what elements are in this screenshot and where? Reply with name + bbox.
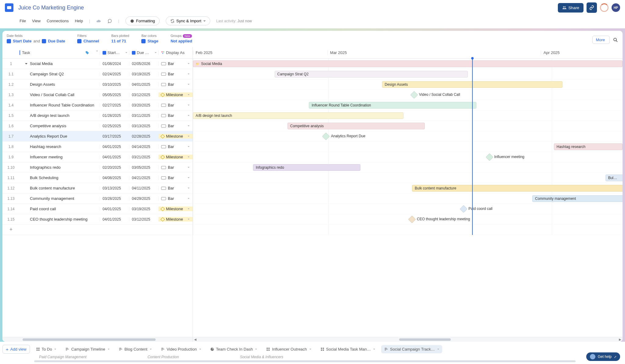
gantt-row[interactable]: Bul… bbox=[193, 173, 623, 183]
due-date-cell[interactable]: 04/01/2025 bbox=[129, 82, 158, 87]
gantt-row[interactable]: CEO thought leadership meeting bbox=[193, 214, 623, 225]
gantt-month[interactable]: Feb 2025 bbox=[193, 50, 327, 55]
display-as-cell[interactable]: Milestone bbox=[158, 217, 193, 222]
start-date-cell[interactable]: 05/05/2025 bbox=[100, 93, 129, 97]
start-date-cell[interactable]: 04/08/2025 bbox=[100, 176, 129, 180]
gantt-hscroll[interactable]: ◀ ▶ bbox=[193, 337, 623, 342]
grid-hscroll[interactable] bbox=[2, 337, 193, 342]
add-view-button[interactable]: + Add view bbox=[2, 345, 30, 354]
tab-group-label[interactable]: Social Media & Influencers bbox=[240, 355, 283, 359]
view-tab[interactable]: Video Production bbox=[158, 345, 204, 353]
get-help-button[interactable]: Get help ⤢ bbox=[586, 352, 620, 361]
table-row[interactable]: 1.4Influencer Round Table Coordination02… bbox=[2, 100, 193, 110]
col-start[interactable]: Start… bbox=[100, 50, 129, 55]
view-tab[interactable]: Social Campaign Track… bbox=[381, 345, 442, 353]
display-as-cell[interactable]: Milestone bbox=[158, 92, 193, 97]
due-date-cell[interactable]: 03/05/2025 bbox=[129, 165, 158, 170]
display-as-cell[interactable]: Bar bbox=[158, 124, 193, 128]
display-as-cell[interactable]: Milestone bbox=[158, 134, 193, 139]
gantt-bar[interactable]: Infographics redo bbox=[253, 164, 360, 171]
chevron-down-icon[interactable] bbox=[108, 349, 110, 350]
task-cell[interactable]: Hashtag research bbox=[20, 144, 100, 149]
gantt-milestone[interactable] bbox=[408, 215, 416, 223]
start-date-cell[interactable]: 04/01/2025 bbox=[100, 217, 129, 222]
view-tab[interactable]: Blog Content bbox=[116, 345, 155, 353]
due-date-cell[interactable]: 03/11/2025 bbox=[129, 114, 158, 118]
filter-bars-plotted[interactable]: Bars plotted 11 of 71 bbox=[111, 34, 129, 43]
task-cell[interactable]: Competitive analysis bbox=[20, 124, 100, 128]
task-cell[interactable]: Campaign Strat Q2 bbox=[20, 72, 100, 76]
link-button[interactable] bbox=[587, 2, 597, 13]
due-date-cell[interactable]: 03/21/2025 bbox=[129, 155, 158, 159]
gantt-bar[interactable]: Bul… bbox=[605, 175, 623, 181]
task-cell[interactable]: Bulk Scheduling bbox=[20, 175, 100, 180]
table-row[interactable]: 1.9Influencer meeting04/01/202503/21/202… bbox=[2, 152, 193, 162]
chevron-down-icon[interactable] bbox=[373, 349, 375, 350]
tab-group-label[interactable]: Paid Campaign Management bbox=[39, 355, 86, 359]
due-date-cell[interactable]: 04/21/2025 bbox=[129, 176, 158, 180]
table-row[interactable]: 1.15CEO thought leadership meeting04/01/… bbox=[2, 214, 193, 225]
gantt-bar[interactable]: Community management bbox=[532, 195, 623, 202]
display-as-cell[interactable]: Bar bbox=[158, 103, 193, 107]
display-as-cell[interactable]: Bar bbox=[158, 113, 193, 118]
table-row[interactable]: 1.12Bulk content manufacture03/13/202504… bbox=[2, 183, 193, 193]
gantt-row[interactable]: Influencer meeting bbox=[193, 152, 623, 162]
start-date-cell[interactable]: 04/01/2025 bbox=[100, 145, 129, 149]
gantt-row[interactable]: Competitive analysis bbox=[193, 121, 623, 131]
gantt-milestone[interactable] bbox=[322, 132, 330, 140]
collapse-icon[interactable] bbox=[25, 63, 27, 64]
due-date-cell[interactable]: 03/19/2025 bbox=[129, 72, 158, 76]
table-row[interactable]: 1.3Video / Social Collab Call05/05/20250… bbox=[2, 90, 193, 100]
start-date-cell[interactable]: 04/01/2025 bbox=[100, 155, 129, 159]
table-row[interactable]: 1.1Campaign Strat Q202/24/202503/19/2025… bbox=[2, 69, 193, 79]
col-tag[interactable] bbox=[85, 51, 100, 55]
menu-help[interactable]: Help bbox=[75, 19, 83, 23]
table-row[interactable]: 1 Social Media01/08/202402/05/2026Bar bbox=[2, 59, 193, 69]
due-date-cell[interactable]: 04/29/2025 bbox=[129, 196, 158, 201]
filter-date-fields[interactable]: Date fields Start DateandDue Date bbox=[7, 34, 65, 43]
gantt-bar[interactable]: Competitive analysis bbox=[287, 123, 425, 129]
gantt-chart[interactable]: Feb 2025 Mar 2025 Apr 2025 Social MediaC… bbox=[193, 47, 623, 342]
view-tab[interactable]: To Do bbox=[33, 345, 60, 353]
gantt-month[interactable]: Mar 2025 bbox=[327, 50, 541, 55]
view-tab[interactable]: Team Check In Dash bbox=[207, 345, 260, 353]
due-date-cell[interactable]: 02/05/2026 bbox=[129, 62, 158, 66]
display-as-cell[interactable]: Bar bbox=[158, 82, 193, 87]
task-cell[interactable]: Video / Social Collab Call bbox=[20, 92, 100, 97]
chevron-down-icon[interactable] bbox=[309, 349, 311, 350]
chat-icon[interactable] bbox=[107, 19, 112, 23]
gantt-row[interactable]: Campaign Strat Q2 bbox=[193, 69, 623, 79]
display-as-cell[interactable]: Milestone bbox=[158, 207, 193, 211]
table-row[interactable]: 1.5A/B design test launch01/28/202503/11… bbox=[2, 110, 193, 121]
gantt-row[interactable]: Video / Social Collab Call bbox=[193, 90, 623, 100]
scroll-left-icon[interactable]: ◀ bbox=[194, 338, 197, 341]
start-date-cell[interactable]: 02/27/2025 bbox=[100, 103, 129, 107]
gantt-row[interactable]: Infographics redo bbox=[193, 162, 623, 173]
start-date-cell[interactable]: 01/08/2024 bbox=[100, 62, 129, 66]
task-cell[interactable]: Influencer Round Table Coordination bbox=[20, 103, 100, 107]
task-cell[interactable]: Social Media bbox=[20, 61, 100, 66]
gantt-row[interactable]: Bulk content manufacture bbox=[193, 183, 623, 193]
table-row[interactable]: 1.7Analytics Report Due03/17/202502/28/2… bbox=[2, 131, 193, 142]
gantt-bar[interactable]: Influencer Round Table Coordination bbox=[309, 102, 476, 109]
scroll-right-icon[interactable]: ▶ bbox=[619, 338, 621, 341]
start-date-cell[interactable]: 01/28/2025 bbox=[100, 114, 129, 118]
display-as-cell[interactable]: Milestone bbox=[158, 155, 193, 159]
menu-view[interactable]: View bbox=[32, 19, 41, 23]
task-cell[interactable]: Analytics Report Due bbox=[20, 134, 100, 139]
display-as-cell[interactable]: Bar bbox=[158, 165, 193, 170]
tabs-hscroll[interactable] bbox=[5, 360, 620, 363]
gantt-row[interactable]: Social Media bbox=[193, 59, 623, 69]
gantt-row[interactable]: Analytics Report Due bbox=[193, 131, 623, 142]
display-as-cell[interactable]: Bar bbox=[158, 144, 193, 149]
gantt-row[interactable]: Hashtag research bbox=[193, 142, 623, 152]
view-tab[interactable]: Influencer Outreach bbox=[263, 345, 314, 353]
more-button[interactable]: More bbox=[592, 36, 610, 44]
app-logo[interactable] bbox=[5, 3, 13, 12]
due-date-cell[interactable]: 03/20/2025 bbox=[129, 103, 158, 107]
table-row[interactable]: 1.2Design Assets03/10/202504/01/2025Bar bbox=[2, 79, 193, 90]
start-date-cell[interactable]: 02/24/2025 bbox=[100, 72, 129, 76]
task-cell[interactable]: Community management bbox=[20, 196, 100, 201]
menu-file[interactable]: File bbox=[20, 19, 26, 23]
gantt-bar[interactable]: A/B design test launch bbox=[193, 112, 403, 119]
